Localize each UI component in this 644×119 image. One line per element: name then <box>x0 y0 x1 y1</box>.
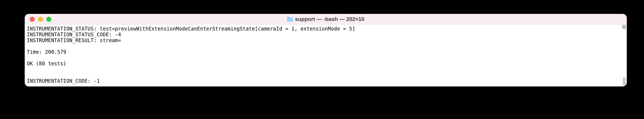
terminal-line: INSTRUMENTATION_RESULT: stream= <box>27 37 121 43</box>
folder-icon <box>287 17 293 21</box>
window-title: support — -bash — 202×10 <box>295 16 364 22</box>
terminal-line: OK (80 tests) <box>27 61 66 67</box>
window-title-group: support — -bash — 202×10 <box>25 16 627 22</box>
scroll-up-indicator-icon[interactable] <box>622 25 626 29</box>
scroll-thumb[interactable] <box>623 77 626 86</box>
terminal-line: INSTRUMENTATION_CODE: -1 <box>27 78 100 84</box>
terminal-window: support — -bash — 202×10 INSTRUMENTATION… <box>25 14 627 87</box>
minimize-icon[interactable] <box>38 17 43 22</box>
terminal-body[interactable]: INSTRUMENTATION_STATUS: test=previewWith… <box>25 25 627 87</box>
terminal-line: INSTRUMENTATION_STATUS: test=previewWith… <box>27 26 355 32</box>
terminal-line: Time: 200.579 <box>27 49 66 55</box>
traffic-lights <box>25 17 51 22</box>
scrollbar[interactable] <box>622 25 626 87</box>
close-icon[interactable] <box>30 17 35 22</box>
terminal-content: INSTRUMENTATION_STATUS: test=previewWith… <box>25 25 627 85</box>
zoom-icon[interactable] <box>46 17 51 22</box>
titlebar[interactable]: support — -bash — 202×10 <box>25 14 627 25</box>
terminal-line: INSTRUMENTATION_STATUS_CODE: -4 <box>27 32 121 37</box>
